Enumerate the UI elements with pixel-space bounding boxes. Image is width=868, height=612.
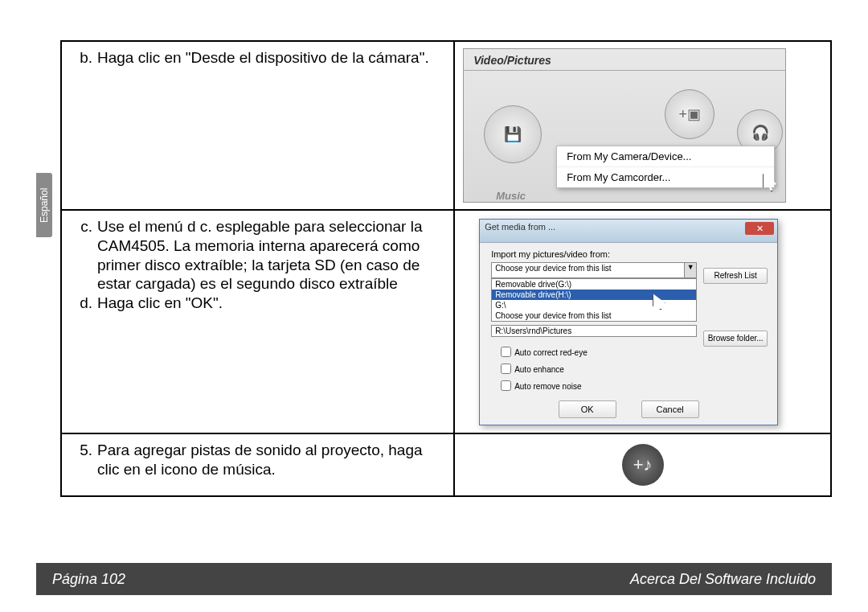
auto-noise-checkbox[interactable]: Auto remove noise [497, 377, 777, 394]
chevron-down-icon: ▼ [684, 263, 696, 277]
step-b-text: Haga clic en "Desde el dispositivo de la… [97, 48, 445, 68]
close-button[interactable]: ✕ [745, 222, 774, 235]
menu-from-camera-device[interactable]: From My Camera/Device... [557, 146, 774, 167]
round-button-left[interactable]: 💾 [484, 105, 542, 163]
screenshot-2-cell: Get media from ... ✕ Import my pictures/… [454, 210, 831, 433]
combo-text: Choose your device from this list [495, 264, 612, 273]
page-content: b. Haga clic en "Desde el dispositivo de… [36, 40, 840, 497]
step-5-text: Para agregar pistas de sonido al proyect… [97, 441, 445, 479]
plus-media-icon: +▣ [678, 105, 701, 123]
step-c-d-cell: c. Use el menú d c. esplegable para sele… [61, 210, 454, 433]
list-item[interactable]: Removable drive(G:\) [492, 279, 696, 290]
step-c-label: c. [70, 217, 97, 294]
browse-folder-button[interactable]: Browse folder... [703, 331, 768, 347]
add-media-button[interactable]: +▣ [665, 89, 714, 139]
ok-button[interactable]: OK [559, 400, 616, 418]
menu-from-camcorder[interactable]: From My Camcorder... [557, 167, 774, 187]
list-item[interactable]: G:\ [492, 300, 696, 310]
get-media-dialog: Get media from ... ✕ Import my pictures/… [479, 219, 778, 425]
video-pictures-screenshot: Video/Pictures 💾 +▣ 🎧 From My Camera/Dev… [463, 48, 786, 203]
step-d-text: Haga clic en "OK". [97, 294, 445, 313]
page-footer: Página 102 Acerca Del Software Incluido [36, 563, 832, 595]
dialog-title: Get media from ... [485, 222, 555, 232]
device-listbox[interactable]: Removable drive(G:\) Removable drive(H:\… [491, 278, 697, 322]
path-field[interactable]: R:\Users\rnd\Pictures [491, 325, 697, 337]
step-c-text: Use el menú d c. esplegable para selecci… [97, 217, 445, 294]
auto-enhance-checkbox[interactable]: Auto enhance [497, 360, 777, 377]
cancel-button[interactable]: Cancel [641, 400, 699, 418]
add-music-button[interactable]: +♪ [622, 444, 664, 486]
plus-music-icon: +♪ [633, 454, 653, 475]
section-title: Acerca Del Software Incluido [630, 571, 816, 588]
list-item[interactable]: Choose your device from this list [492, 310, 696, 321]
screenshot-3-cell: +♪ [454, 433, 831, 496]
step-5-cell: 5. Para agregar pistas de sonido al proy… [61, 433, 454, 496]
music-tab-label: Music [496, 190, 526, 202]
import-label: Import my pictures/video from: [480, 243, 777, 261]
device-combo[interactable]: Choose your device from this list ▼ [491, 262, 697, 278]
step-5-label: 5. [70, 441, 97, 479]
video-pictures-tab: Video/Pictures [473, 54, 551, 67]
instruction-table: b. Haga clic en "Desde el dispositivo de… [60, 40, 832, 497]
refresh-list-button[interactable]: Refresh List [703, 268, 768, 284]
step-b-cell: b. Haga clic en "Desde el dispositivo de… [61, 41, 454, 210]
page-number: Página 102 [52, 571, 125, 588]
save-icon: 💾 [504, 125, 522, 143]
import-menu: From My Camera/Device... From My Camcord… [556, 146, 775, 188]
headphones-icon: 🎧 [751, 124, 769, 142]
step-b-label: b. [70, 48, 97, 68]
list-item-selected[interactable]: Removable drive(H:\) [492, 290, 696, 300]
dialog-title-bar: Get media from ... ✕ [480, 220, 777, 243]
screenshot-1-cell: Video/Pictures 💾 +▣ 🎧 From My Camera/Dev… [454, 41, 831, 210]
step-d-label: d. [70, 294, 97, 313]
